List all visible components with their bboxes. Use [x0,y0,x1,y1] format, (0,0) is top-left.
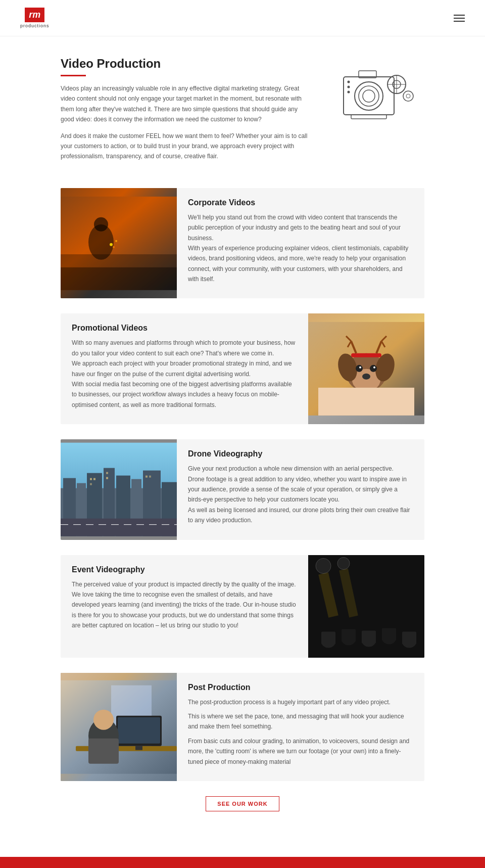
hero-paragraph-2: And does it make the customer FEEL how w… [61,131,308,162]
svg-point-29 [359,367,361,369]
svg-point-14 [348,91,350,94]
svg-rect-15 [61,197,177,290]
promotional-img-svg [308,313,424,424]
post-img-svg [61,673,177,781]
post-text-1: The post-production process is a hugely … [188,697,413,707]
corporate-title: Corporate Videos [188,198,413,207]
event-img-svg [308,555,424,658]
hero-section: Video Production Videos play an increasi… [61,57,424,168]
svg-point-2 [359,86,379,106]
corporate-image [61,188,177,299]
svg-point-10 [406,94,410,98]
drone-image [61,439,177,539]
main-content: Video Production Videos play an increasi… [51,36,434,847]
svg-point-30 [373,367,375,369]
svg-point-60 [316,558,331,573]
svg-rect-78 [118,717,160,743]
svg-rect-67 [342,629,356,642]
post-card: Post Production The post-production proc… [61,673,424,781]
drone-text: Give your next production a whole new di… [188,464,413,525]
drone-card: Drone Videography Give your next product… [61,439,424,539]
promotional-title: Promotional Videos [72,324,297,333]
post-title: Post Production [188,683,413,692]
svg-point-18 [110,243,113,246]
svg-rect-39 [318,388,414,416]
cta-banner: So What's Next? Let's Work Together GET … [0,857,485,868]
hamburger-line-2 [454,18,465,19]
promotional-body: Promotional Videos With so many avenues … [61,313,308,424]
post-text-3: From basic cuts and colour grading, to a… [188,736,413,767]
svg-point-12 [348,81,350,83]
hero-paragraph-1: Videos play an increasingly valuable rol… [61,83,308,125]
corporate-text: We'll help you stand out from the crowd … [188,212,413,285]
promotional-card: Promotional Videos With so many avenues … [61,313,424,424]
drone-body: Drone Videography Give your next product… [177,439,424,539]
hamburger-line-3 [454,21,465,22]
hamburger-line-1 [454,15,465,16]
promotional-text: With so many avenues and platforms throu… [72,338,297,410]
svg-rect-55 [146,476,148,478]
post-text-2: This is where we set the pace, tone, and… [188,711,413,732]
hamburger-icon[interactable] [454,15,465,22]
svg-point-31 [362,374,370,380]
logo-productions-text: productions [20,23,50,28]
post-body: Post Production The post-production proc… [177,673,424,781]
corporate-card: Corporate Videos We'll help you stand ou… [61,188,424,299]
svg-point-9 [403,91,413,101]
title-underline [61,75,86,76]
svg-rect-69 [362,630,376,643]
svg-point-17 [94,217,108,232]
svg-rect-50 [90,478,92,480]
svg-rect-0 [344,77,394,115]
corporate-body: Corporate Videos We'll help you stand ou… [177,188,424,299]
logo-rm-text: rm [25,8,44,22]
svg-rect-57 [61,519,177,536]
svg-point-28 [370,365,377,372]
promotional-image [308,313,424,424]
svg-rect-73 [402,631,416,644]
post-image [61,673,177,781]
promotional-img-placeholder [308,313,424,424]
svg-rect-11 [351,115,386,119]
drone-img-placeholder [61,439,177,539]
drone-img-svg [61,439,177,539]
camera-svg [333,57,414,127]
svg-rect-65 [321,631,335,644]
corporate-img-placeholder [61,188,177,299]
svg-rect-56 [149,476,151,478]
svg-point-3 [363,90,375,102]
see-work-section: SEE OUR WORK [61,796,424,811]
corporate-img-svg [61,188,177,299]
drone-title: Drone Videography [188,449,413,459]
hero-text: Video Production Videos play an increasi… [61,57,323,168]
svg-point-20 [113,246,115,248]
svg-rect-71 [382,628,396,641]
event-text: The perceived value of your product is i… [72,579,297,631]
svg-rect-82 [88,738,119,763]
svg-rect-51 [93,478,95,480]
svg-rect-54 [106,477,108,479]
svg-rect-21 [61,267,177,290]
event-image [308,555,424,658]
svg-rect-32 [351,353,381,357]
svg-rect-79 [135,746,142,750]
event-body: Event Videography The perceived value of… [61,555,308,658]
svg-point-19 [115,240,117,242]
site-header: rm productions [0,0,485,36]
svg-point-13 [348,86,350,88]
page-title: Video Production [61,57,308,71]
event-title: Event Videography [72,565,297,574]
event-card: Event Videography The perceived value of… [61,555,424,658]
svg-point-61 [337,557,350,569]
post-img-placeholder [61,673,177,781]
camera-illustration [323,57,424,127]
svg-point-81 [93,709,114,729]
logo[interactable]: rm productions [20,8,50,28]
see-work-button[interactable]: SEE OUR WORK [206,796,279,811]
svg-rect-52 [90,483,92,485]
svg-rect-53 [106,472,108,474]
event-img-placeholder [308,555,424,658]
svg-point-27 [356,365,363,372]
